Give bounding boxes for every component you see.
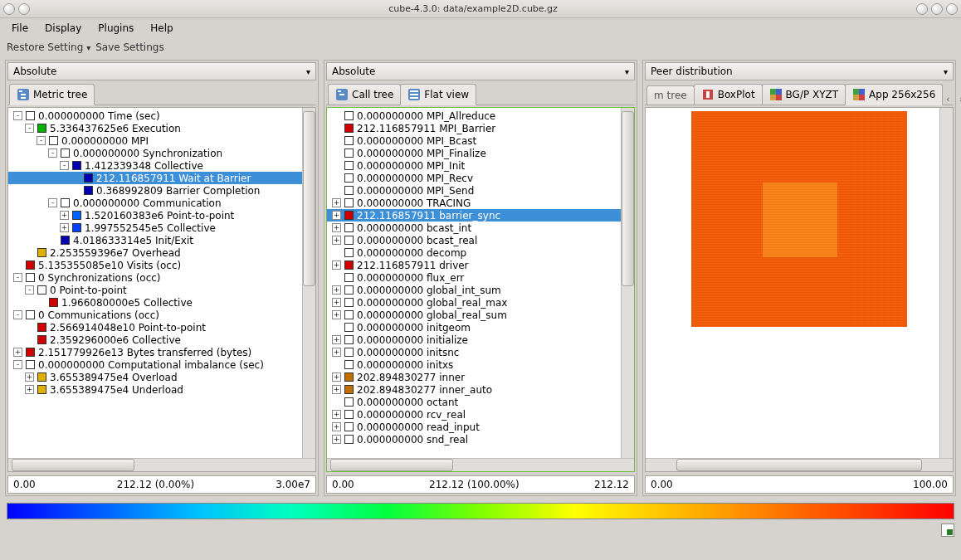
expand-icon[interactable]: +	[332, 261, 341, 270]
tree-row[interactable]: +0.000000000 global_real_max	[327, 296, 634, 309]
tree-row[interactable]: +0.000000000 TRACING	[327, 197, 634, 209]
expand-icon[interactable]: +	[60, 211, 69, 220]
expand-icon[interactable]: +	[332, 198, 341, 207]
tree-row[interactable]: +0.000000000 global_int_sum	[327, 284, 634, 296]
expand-icon[interactable]: +	[25, 373, 34, 382]
tree-row[interactable]: +1.997552545e5 Collective	[8, 222, 315, 234]
tabs-scroll-right[interactable]: ›	[955, 93, 961, 105]
save-settings-button[interactable]: Save Settings	[95, 41, 164, 53]
tree-row[interactable]: 0.000000000 MPI_Bcast	[327, 134, 634, 147]
tree-row[interactable]: 0.368992809 Barrier Completion	[8, 184, 315, 197]
menu-help[interactable]: Help	[144, 21, 179, 36]
tree-row[interactable]: +0.000000000 initsnc	[327, 346, 634, 358]
menu-display[interactable]: Display	[38, 21, 88, 36]
expand-icon[interactable]: +	[332, 422, 341, 431]
tree-row[interactable]: 2.566914048e10 Point-to-point	[8, 321, 315, 334]
tree-row[interactable]: +212.116857911 barrier_sync	[327, 209, 634, 222]
tab-flat-view[interactable]: Flat view	[400, 84, 476, 105]
call-mode-dropdown[interactable]: Absolute ▾	[326, 62, 635, 80]
tree-row[interactable]: +202.894830277 inner_auto	[327, 383, 634, 396]
tabs-scroll-left[interactable]: ‹	[942, 93, 954, 105]
minimize-icon[interactable]	[916, 3, 928, 15]
pin-icon[interactable]	[18, 3, 30, 15]
tree-row[interactable]: 0.000000000 decomp	[327, 246, 634, 259]
tree-row[interactable]: 0.000000000 initgeom	[327, 321, 634, 334]
status-icon[interactable]	[941, 523, 954, 537]
maximize-icon[interactable]	[931, 3, 943, 15]
tree-row[interactable]: 2.359296000e6 Collective	[8, 334, 315, 346]
tree-row[interactable]: -0.000000000 MPI	[8, 134, 315, 147]
tab-call-tree[interactable]: Call tree	[328, 84, 401, 105]
tree-row[interactable]: +212.116857911 driver	[327, 259, 634, 271]
tree-row[interactable]: 0.000000000 MPI_Init	[327, 159, 634, 172]
expand-icon[interactable]: +	[332, 410, 341, 419]
tree-row[interactable]: -0.000000000 Synchronization	[8, 147, 315, 159]
tree-row[interactable]: 0.000000000 MPI_Send	[327, 184, 634, 197]
tree-row[interactable]: +3.655389475e4 Underload	[8, 383, 315, 396]
tree-row[interactable]: 0.000000000 MPI_Recv	[327, 172, 634, 184]
tab-boxplot[interactable]: BoxPlot	[694, 84, 763, 105]
scrollbar-vertical[interactable]	[621, 108, 634, 458]
collapse-icon[interactable]: -	[37, 136, 46, 145]
tree-row[interactable]: +2.151779926e13 Bytes transferred (bytes…	[8, 346, 315, 358]
expand-icon[interactable]: +	[332, 373, 341, 382]
expand-icon[interactable]: +	[332, 435, 341, 444]
tree-row[interactable]: +0.000000000 initialize	[327, 334, 634, 346]
tree-row[interactable]: 0.000000000 MPI_Allreduce	[327, 110, 634, 122]
expand-icon[interactable]: +	[332, 348, 341, 357]
restore-setting-button[interactable]: Restore Setting ▾	[7, 41, 90, 53]
expand-icon[interactable]: +	[332, 385, 341, 394]
collapse-icon[interactable]: -	[13, 273, 22, 282]
expand-icon[interactable]: +	[13, 348, 22, 357]
expand-icon[interactable]: +	[332, 211, 341, 220]
tree-row[interactable]: -0.000000000 Time (sec)	[8, 110, 315, 122]
tree-row[interactable]: -0.000000000 Communication	[8, 197, 315, 209]
tree-row[interactable]: -0 Synchronizations (occ)	[8, 271, 315, 284]
flat-tree[interactable]: 0.000000000 MPI_Allreduce212.116857911 M…	[327, 108, 634, 458]
tab-metric-tree[interactable]: Metric tree	[9, 84, 95, 105]
tree-row[interactable]: -0 Communications (occ)	[8, 309, 315, 321]
collapse-icon[interactable]: -	[48, 149, 57, 158]
tree-row[interactable]: +0.000000000 snd_real	[327, 433, 634, 446]
collapse-icon[interactable]: -	[13, 360, 22, 369]
system-mode-dropdown[interactable]: Peer distribution ▾	[645, 62, 954, 80]
tree-row[interactable]: 212.116857911 Wait at Barrier	[8, 172, 315, 184]
collapse-icon[interactable]: -	[25, 285, 34, 295]
menu-plugins[interactable]: Plugins	[91, 21, 140, 36]
collapse-icon[interactable]: -	[48, 198, 57, 207]
tree-row[interactable]: +0.000000000 bcast_int	[327, 222, 634, 234]
collapse-icon[interactable]: -	[60, 161, 69, 170]
tree-row[interactable]: +0.000000000 read_input	[327, 421, 634, 433]
tree-row[interactable]: -5.336437625e6 Execution	[8, 122, 315, 134]
expand-icon[interactable]: +	[25, 385, 34, 394]
scrollbar-horizontal[interactable]	[8, 458, 315, 471]
expand-icon[interactable]: +	[332, 310, 341, 319]
scrollbar-horizontal[interactable]	[327, 458, 634, 471]
tab-app-256x256[interactable]: App 256x256	[845, 84, 943, 105]
tab-bgp-xyzt[interactable]: BG/P XYZT	[762, 84, 846, 105]
tree-row[interactable]: 212.116857911 MPI_Barrier	[327, 122, 634, 134]
tree-row[interactable]: 0.000000000 initxs	[327, 358, 634, 371]
tab-system-tree-partial[interactable]: m tree	[646, 85, 695, 105]
expand-icon[interactable]: +	[60, 223, 69, 232]
tree-row[interactable]: 4.018633314e5 Init/Exit	[8, 234, 315, 246]
tree-row[interactable]: 1.966080000e5 Collective	[8, 296, 315, 309]
tree-row[interactable]: 0.000000000 flux_err	[327, 271, 634, 284]
expand-icon[interactable]: +	[332, 223, 341, 232]
tree-row[interactable]: -0.000000000 Computational imbalance (se…	[8, 358, 315, 371]
tree-row[interactable]: +0.000000000 rcv_real	[327, 408, 634, 421]
scrollbar-vertical[interactable]	[302, 108, 315, 458]
collapse-icon[interactable]: -	[13, 310, 22, 319]
expand-icon[interactable]: +	[332, 335, 341, 344]
tree-row[interactable]: -0 Point-to-point	[8, 284, 315, 296]
tree-row[interactable]: +1.520160383e6 Point-to-point	[8, 209, 315, 222]
collapse-icon[interactable]: -	[13, 111, 22, 120]
tree-row[interactable]: 5.135355085e10 Visits (occ)	[8, 259, 315, 271]
metric-mode-dropdown[interactable]: Absolute ▾	[7, 62, 316, 80]
menu-file[interactable]: File	[5, 21, 35, 36]
heatmap[interactable]	[646, 108, 953, 458]
tree-row[interactable]: -1.412339348 Collective	[8, 159, 315, 172]
tree-row[interactable]: +0.000000000 bcast_real	[327, 234, 634, 246]
tree-row[interactable]: 2.253559396e7 Overhead	[8, 246, 315, 259]
collapse-icon[interactable]: -	[25, 124, 34, 133]
